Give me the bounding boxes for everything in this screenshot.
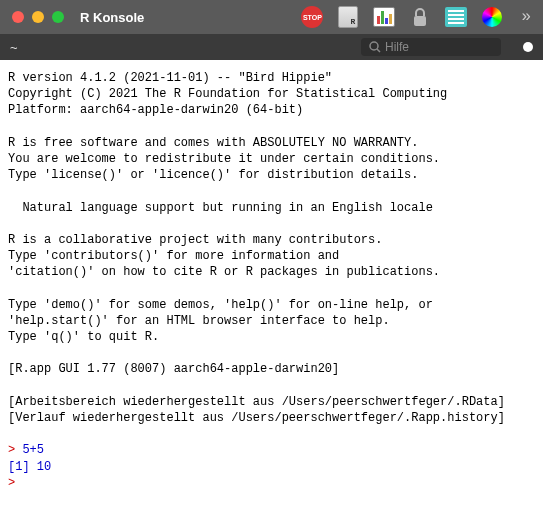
console-line: Type 'q()' to quit R. <box>8 330 159 344</box>
window-title: R Konsole <box>80 10 144 25</box>
document-icon <box>338 6 358 28</box>
console-line: Type 'demo()' for some demos, 'help()' f… <box>8 298 433 312</box>
console-line: Platform: aarch64-apple-darwin20 (64-bit… <box>8 103 303 117</box>
color-wheel-icon <box>482 7 502 27</box>
svg-point-1 <box>370 42 378 50</box>
console-line: R version 4.1.2 (2021-11-01) -- "Bird Hi… <box>8 71 332 85</box>
status-indicator <box>523 42 533 52</box>
console-result: [1] 10 <box>8 460 51 474</box>
close-button[interactable] <box>12 11 24 23</box>
quartz-button[interactable] <box>371 6 397 28</box>
search-field[interactable] <box>361 38 501 56</box>
prompt[interactable]: > <box>8 476 15 490</box>
console-line: Type 'contributors()' for more informati… <box>8 249 339 263</box>
console-line: [R.app GUI 1.77 (8007) aarch64-apple-dar… <box>8 362 339 376</box>
chart-icon <box>373 7 395 27</box>
console-line: Natural language support but running in … <box>8 201 433 215</box>
svg-line-2 <box>377 49 380 52</box>
lock-button[interactable] <box>407 6 433 28</box>
console-line: Copyright (C) 2021 The R Foundation for … <box>8 87 447 101</box>
maximize-button[interactable] <box>52 11 64 23</box>
console-output[interactable]: R version 4.1.2 (2021-11-01) -- "Bird Hi… <box>0 60 543 526</box>
console-line: 'help.start()' for an HTML browser inter… <box>8 314 390 328</box>
console-line: 'citation()' on how to cite R or R packa… <box>8 265 440 279</box>
list-icon <box>445 7 467 27</box>
toolbar: STOP » <box>299 6 531 28</box>
search-input[interactable] <box>385 40 493 54</box>
console-input: 5+5 <box>22 443 44 457</box>
overflow-button[interactable]: » <box>521 8 531 26</box>
minimize-button[interactable] <box>32 11 44 23</box>
pathbar: ~ <box>0 34 543 60</box>
titlebar: R Konsole STOP <box>0 0 543 34</box>
source-button[interactable] <box>335 6 361 28</box>
search-icon <box>369 41 381 53</box>
console-line: R is a collaborative project with many c… <box>8 233 382 247</box>
colors-button[interactable] <box>479 6 505 28</box>
console-line: Type 'license()' or 'licence()' for dist… <box>8 168 418 182</box>
lock-icon <box>411 7 429 27</box>
console-line: R is free software and comes with ABSOLU… <box>8 136 418 150</box>
window-controls <box>12 11 64 23</box>
stop-icon: STOP <box>301 6 323 28</box>
history-button[interactable] <box>443 6 469 28</box>
svg-rect-0 <box>414 16 426 26</box>
console-line: [Verlauf wiederhergestellt aus /Users/pe… <box>8 411 505 425</box>
console-line: [Arbeitsbereich wiederhergestellt aus /U… <box>8 395 505 409</box>
stop-button[interactable]: STOP <box>299 6 325 28</box>
console-line: You are welcome to redistribute it under… <box>8 152 440 166</box>
working-directory[interactable]: ~ <box>10 40 18 55</box>
prompt: > <box>8 443 22 457</box>
